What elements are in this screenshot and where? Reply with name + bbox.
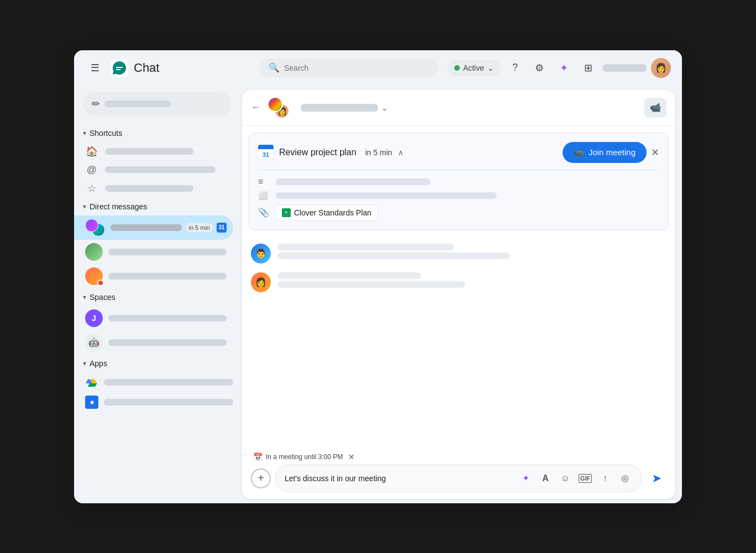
spaces-item-2[interactable]: 🤖 [74,330,233,355]
spaces-section-header[interactable]: ▾ Spaces [74,288,240,306]
close-icon: ✕ [651,147,659,158]
new-chat-label [104,101,171,107]
meeting-banner: 31 Review project plan in 5 min ∧ 📹 Join… [249,133,669,230]
menu-icon: ☰ [91,62,99,74]
input-row: + ✦ A ☺ GIF [251,465,666,492]
gemini-input-icon: ✦ [522,473,529,483]
meeting-left: 31 Review project plan in 5 min ∧ [258,145,403,160]
space-1-name [108,315,227,322]
app-item-drive[interactable] [74,372,240,392]
shortcuts-label: Shortcuts [90,129,122,138]
menu-button[interactable]: ☰ [85,58,105,78]
dm-avatar-group-1 [85,219,105,236]
chat-name [301,104,378,112]
meet-icon: ◆ [85,396,98,409]
space-2-name [108,339,227,346]
top-bar-right: Active ⌄ ? ⚙ ✦ ⊞ 👩 [448,58,671,78]
shortcuts-section-header[interactable]: ▾ Shortcuts [74,124,240,142]
dm-item-1[interactable]: in 5 min 31 [74,215,233,240]
help-icon: ? [512,62,518,73]
apps-grid-button[interactable]: ⊞ [578,58,598,78]
format-button[interactable]: A [538,471,553,486]
meeting-right: 📹 Join meeting ✕ [563,142,659,163]
spaces-chevron: ▾ [83,293,86,301]
home-icon: 🏠 [85,145,98,157]
gemini-input-button[interactable]: ✦ [518,471,533,486]
new-chat-icon: ✏ [92,98,100,110]
meeting-banner-close[interactable]: ✕ [651,146,659,159]
dm-1-text: in 5 min 31 [111,223,227,233]
chat-logo [111,59,128,77]
status-label: Active [463,64,484,72]
status-chevron: ⌄ [487,64,494,72]
search-input[interactable] [284,64,430,72]
join-video-icon: 📹 [574,148,584,157]
send-icon: ➤ [652,471,662,486]
msg-line-1-1 [277,244,454,250]
dm-item-2[interactable] [74,240,233,264]
spaces-item-1[interactable]: J [74,306,233,330]
video-call-button[interactable]: 📹 [644,98,666,118]
calendar-logo: 31 [258,145,274,160]
help-button[interactable]: ? [505,58,525,78]
back-button[interactable]: ← [251,102,261,113]
dm-1-badge: in 5 min [185,223,213,232]
meeting-expand-icon[interactable]: ∧ [398,148,403,157]
spaces-label: Spaces [90,293,116,302]
participants-icon: ⬜ [258,191,269,200]
emoji-icon: ☺ [561,473,570,483]
meeting-status-calendar-icon: 📅 [253,452,262,461]
dm-item-3[interactable] [74,264,233,288]
more-icon: ◎ [621,473,629,483]
meeting-participants [276,192,497,199]
status-dot [454,65,460,71]
input-section: 📅 In a meeting until 3:00 PM ✕ + ✦ A [242,448,675,499]
meeting-status-close[interactable]: ✕ [348,452,355,461]
sidebar-item-mentions[interactable]: @ [74,161,233,179]
dm-1-name [111,224,182,231]
search-area: 🔍 [260,58,439,77]
space-bot-avatar: 🤖 [85,334,103,351]
meeting-status-bar: 📅 In a meeting until 3:00 PM ✕ [251,452,666,461]
back-icon: ← [251,102,261,113]
message-input[interactable] [285,474,513,483]
sidebar-item-home[interactable]: 🏠 [74,142,233,161]
user-avatar[interactable]: 👩 [651,58,671,78]
msg-content-1 [277,244,666,259]
add-button[interactable]: + [251,468,271,488]
emoji-button[interactable]: ☺ [558,471,573,486]
app-title: Chat [134,61,159,75]
attachment-chip[interactable]: ≡ Clover Standards Plan [275,204,379,221]
space-avatar-1: J [85,309,103,327]
sidebar-item-starred[interactable]: ☆ [74,179,233,198]
sheets-icon: ≡ [282,208,291,217]
status-button[interactable]: Active ⌄ [448,60,501,76]
mentions-label [105,166,216,173]
apps-grid-icon: ⊞ [584,62,592,74]
gif-icon: GIF [579,474,592,483]
attachment-label: Clover Standards Plan [294,208,371,217]
upload-icon: ↑ [603,473,607,483]
msg-content-2 [277,272,666,288]
upload-button[interactable]: ↑ [597,471,613,486]
chat-area: ← 👩 ⌄ 📹 [242,90,675,499]
chat-name-chevron[interactable]: ⌄ [381,103,388,112]
app-item-meet[interactable]: ◆ [74,392,240,412]
apps-section-header[interactable]: ▾ Apps [74,355,240,372]
video-icon: 📹 [650,102,661,113]
meeting-time: in 5 min [365,148,392,157]
meeting-content-row-2: ⬜ [258,191,659,200]
join-meeting-button[interactable]: 📹 Join meeting [563,142,647,163]
dm-section-header[interactable]: ▾ Direct messages [74,198,240,215]
gif-button[interactable]: GIF [578,471,593,486]
send-button[interactable]: ➤ [647,468,666,488]
gemini-button[interactable]: ✦ [554,58,574,78]
app-window: ☰ Chat 🔍 Active ⌄ [74,50,682,503]
apps-label: Apps [90,359,107,368]
chat-name-area: ⌄ [301,103,638,112]
dm-avatar-1a [85,219,98,232]
message-row-2: 👩 [251,272,666,292]
settings-button[interactable]: ⚙ [529,58,549,78]
new-chat-button[interactable]: ✏ [83,92,231,115]
more-options-button[interactable]: ◎ [617,471,633,486]
